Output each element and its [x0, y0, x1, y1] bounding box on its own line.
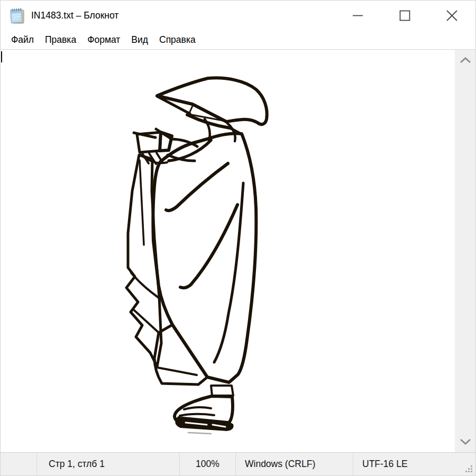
menu-help[interactable]: Справка: [154, 32, 201, 48]
scroll-down-icon[interactable]: [460, 438, 471, 445]
maximize-button[interactable]: [381, 1, 428, 31]
status-encoding: UTF-16 LE: [353, 453, 475, 475]
menu-format[interactable]: Формат: [82, 32, 125, 48]
minimize-button[interactable]: [334, 1, 381, 31]
menu-edit[interactable]: Правка: [40, 32, 81, 48]
notepad-window: IN1483.txt – Блокнот Файл Правка Формат …: [0, 0, 476, 476]
text-area[interactable]: [1, 50, 456, 453]
maximize-icon: [399, 10, 410, 21]
monk-illustration: [1, 50, 456, 453]
window-title: IN1483.txt – Блокнот: [31, 10, 118, 21]
close-button[interactable]: [428, 1, 475, 31]
status-bar: Стр 1, стлб 1 100% Windows (CRLF) UTF-16…: [1, 452, 475, 475]
menu-view[interactable]: Вид: [126, 32, 153, 48]
window-controls: [334, 1, 475, 31]
status-zoom-level: 100%: [179, 453, 235, 475]
resize-grip[interactable]: [465, 465, 473, 473]
status-line-ending: Windows (CRLF): [235, 453, 353, 475]
close-icon: [446, 10, 458, 22]
status-encoding-label: UTF-16 LE: [362, 459, 408, 470]
vertical-scrollbar[interactable]: [455, 50, 475, 453]
status-spacer: [1, 453, 36, 475]
minimize-icon: [352, 10, 363, 21]
menu-bar: Файл Правка Формат Вид Справка: [1, 31, 475, 50]
scroll-up-icon[interactable]: [460, 57, 471, 63]
status-cursor-position: Стр 1, стлб 1: [36, 453, 179, 475]
notepad-icon: [10, 7, 25, 25]
title-bar: IN1483.txt – Блокнот: [1, 1, 475, 31]
menu-file[interactable]: Файл: [6, 32, 39, 48]
